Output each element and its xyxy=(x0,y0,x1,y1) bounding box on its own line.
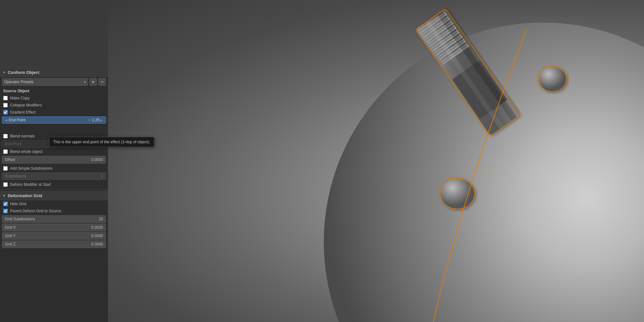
deform-modifier-label: Deform Modifier at Start xyxy=(10,182,51,187)
end-point-slider-value: ⇔ 2.25 ▶ xyxy=(88,118,103,122)
grid-z-value: 0.0000 xyxy=(91,242,103,247)
gradient-effect-checkbox[interactable] xyxy=(3,110,8,115)
parent-deform-grid-label: Parent Deform Grid to Source xyxy=(10,209,61,213)
preset-add-button[interactable]: + xyxy=(89,78,97,86)
blend-whole-object-row: Blend whole object xyxy=(0,148,108,155)
collapse-modifiers-row: Collapse Modifiers xyxy=(0,102,108,109)
end-point-disabled-label: End Point xyxy=(5,142,22,146)
arrow-right-icon: ▶ xyxy=(101,118,103,122)
make-copy-row: Make Copy xyxy=(0,95,108,102)
offset-slider[interactable]: Offset 0.0000 xyxy=(2,156,106,164)
grid-y-field[interactable]: Grid Y 0.0000 xyxy=(2,232,106,240)
blend-normals-label: Blend normals xyxy=(10,134,35,138)
top-area xyxy=(0,0,108,68)
grid-z-label: Grid Z xyxy=(5,242,15,247)
triangle-icon: ▼ xyxy=(3,71,6,74)
gradient-effect-label: Gradient Effect xyxy=(10,110,36,115)
operator-presets-dropdown[interactable]: Operator Presets ▾ xyxy=(2,78,88,86)
add-simple-subdivisions-label: Add Simple Subdivisions xyxy=(10,166,53,171)
end-point-slider[interactable]: ◀ End Point ⇔ 2.25 ▶ xyxy=(2,116,106,124)
end-point-disabled: End Point xyxy=(2,140,106,147)
add-simple-subdivisions-checkbox[interactable] xyxy=(3,166,8,171)
viewport-background xyxy=(108,0,644,322)
grid-x-field[interactable]: Grid X 0.0000 xyxy=(2,224,106,231)
section-header-deformation-grid[interactable]: ▼ Deformation Grid xyxy=(0,191,108,200)
end-point-slider-label: ◀ End Point xyxy=(5,118,25,122)
collapse-modifiers-checkbox[interactable] xyxy=(3,103,8,107)
grid-subdivisions-label: Grid Subdivisions xyxy=(5,217,35,221)
chevron-down-icon: ▾ xyxy=(84,80,86,84)
subdivisions-value: 1 xyxy=(101,174,103,178)
blend-normals-checkbox[interactable] xyxy=(3,134,8,138)
blend-whole-object-checkbox[interactable] xyxy=(3,149,8,154)
grid-y-label: Grid Y xyxy=(5,234,16,238)
hide-grid-label: Hide Grid xyxy=(10,202,26,206)
preset-row: Operator Presets ▾ + − xyxy=(0,77,108,87)
source-object-label: Source Object xyxy=(0,87,108,95)
make-copy-checkbox[interactable] xyxy=(3,96,8,100)
deform-modifier-row: Deform Modifier at Start xyxy=(0,181,108,188)
subdivisions-field: Subdivisions 1 xyxy=(2,173,106,180)
section-header-conform-object[interactable]: ▼ Conform Object xyxy=(0,68,108,77)
parent-deform-grid-checkbox[interactable] xyxy=(3,209,8,213)
grid-x-label: Grid X xyxy=(5,225,16,230)
viewport[interactable] xyxy=(108,0,644,322)
make-copy-label: Make Copy xyxy=(10,96,30,100)
gradient-effect-row: Gradient Effect xyxy=(0,109,108,116)
left-panel: ▼ Conform Object Operator Presets ▾ + − … xyxy=(0,0,108,322)
preset-remove-button[interactable]: − xyxy=(98,78,106,86)
preset-label: Operator Presets xyxy=(4,80,34,84)
subdivisions-label: Subdivisions xyxy=(5,174,26,178)
add-simple-subdivisions-row: Add Simple Subdivisions xyxy=(0,165,108,172)
collapse-modifiers-label: Collapse Modifiers xyxy=(10,103,42,107)
offset-value: 0.0000 xyxy=(91,157,103,162)
grid-x-value: 0.0000 xyxy=(91,225,103,230)
parent-deform-grid-row: Parent Deform Grid to Source xyxy=(0,207,108,215)
offset-label: Offset xyxy=(5,157,15,162)
section-title: Conform Object xyxy=(8,70,39,75)
divider-1 xyxy=(0,189,108,190)
deform-modifier-checkbox[interactable] xyxy=(3,182,8,187)
blend-whole-object-label: Blend whole object xyxy=(10,149,43,154)
hide-grid-row: Hide Grid xyxy=(0,200,108,207)
grid-z-field[interactable]: Grid Z 0.0000 xyxy=(2,240,106,248)
move-icon: ⇔ xyxy=(88,118,91,122)
grid-y-value: 0.0000 xyxy=(91,234,103,238)
grid-subdivisions-field[interactable]: Grid Subdivisions 20 xyxy=(2,215,106,223)
grid-subdivisions-value: 20 xyxy=(99,217,103,221)
blend-normals-row: Blend normals xyxy=(0,133,108,140)
hide-grid-checkbox[interactable] xyxy=(3,202,8,206)
arrow-left-icon: ◀ xyxy=(5,118,7,122)
deformation-triangle-icon: ▼ xyxy=(3,194,6,197)
deformation-grid-label: Deformation Grid xyxy=(8,193,42,198)
